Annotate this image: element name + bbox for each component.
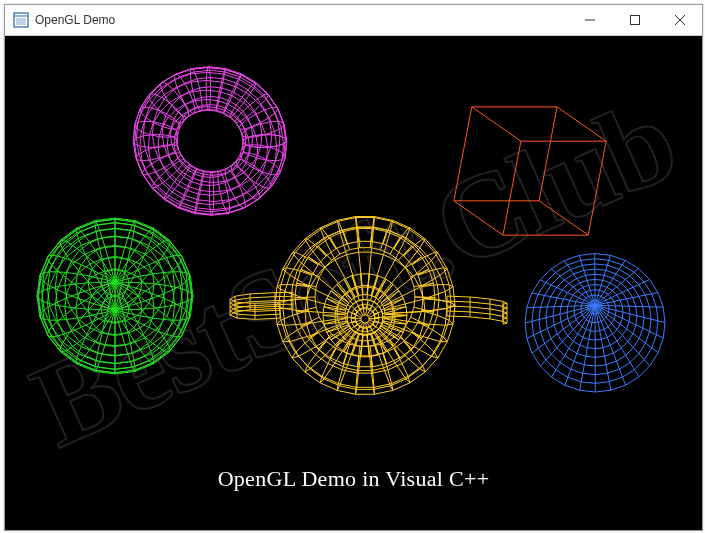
window-title: OpenGL Demo — [35, 13, 115, 27]
opengl-viewport: OpenGL Demo in Visual C++ BestSoft.Club — [5, 36, 702, 530]
svg-line-16 — [557, 107, 606, 141]
wire-teapot — [205, 191, 525, 421]
svg-line-25 — [595, 305, 665, 322]
svg-line-8 — [539, 107, 557, 201]
svg-line-39 — [525, 305, 595, 323]
svg-rect-4 — [630, 16, 639, 25]
titlebar[interactable]: OpenGL Demo — [5, 5, 702, 36]
svg-line-15 — [472, 107, 521, 141]
maximize-button[interactable] — [612, 5, 657, 35]
app-window: OpenGL Demo OpenGL D — [4, 4, 703, 531]
svg-line-12 — [588, 141, 606, 235]
scene-caption: OpenGL Demo in Visual C++ — [218, 466, 490, 492]
close-button[interactable] — [657, 5, 702, 35]
svg-rect-1 — [16, 18, 26, 25]
wire-sphere — [25, 211, 205, 381]
svg-line-10 — [454, 107, 472, 201]
svg-line-17 — [539, 201, 588, 235]
app-icon — [13, 12, 29, 28]
minimize-button[interactable] — [567, 5, 612, 35]
wire-cone — [495, 231, 695, 401]
